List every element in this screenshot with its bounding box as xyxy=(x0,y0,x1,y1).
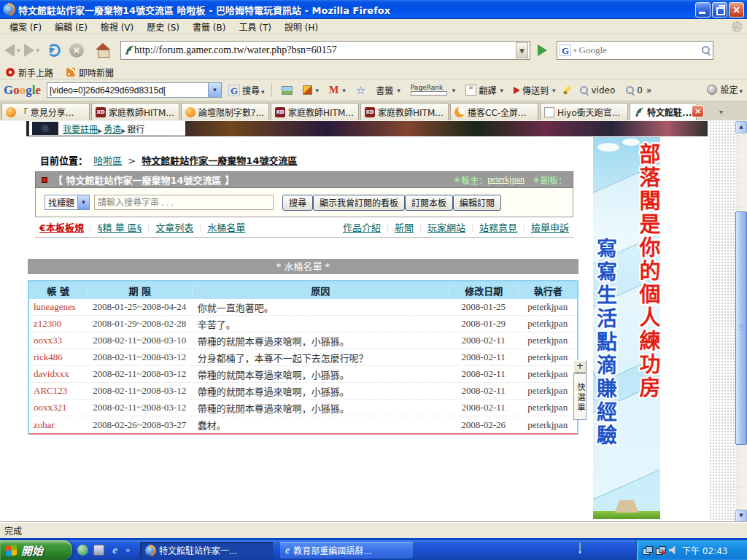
moderator-link[interactable]: peterkjpan xyxy=(487,174,525,185)
forward-dropdown-icon[interactable]: ▾ xyxy=(36,47,40,54)
search-magnifier-icon[interactable] xyxy=(701,45,711,55)
board-search-input[interactable] xyxy=(94,195,274,210)
url-history-dropdown[interactable]: ▼ xyxy=(516,42,528,58)
sidebar-ad-banner[interactable]: 部落閣是你的個人練功房 寫寫生活點滴賺經驗 xyxy=(593,137,660,519)
breadcrumb-area-link[interactable]: 哈啦區 xyxy=(93,155,122,166)
board-action-button[interactable]: 編輯訂閱 xyxy=(453,195,501,211)
taskbar-button-firefox[interactable]: 特文館駐站作家一... xyxy=(140,542,273,559)
network-disconnected-icon[interactable] xyxy=(656,546,665,555)
tab-close-button[interactable]: × xyxy=(692,105,704,117)
language-bar-indicator[interactable] xyxy=(575,543,585,556)
highlighter-button[interactable] xyxy=(562,84,573,96)
bookmark-latest-news[interactable]: 即時新聞 xyxy=(66,66,114,79)
forward-button[interactable]: ▾ xyxy=(24,44,42,57)
quick-launch-ie-icon[interactable]: e xyxy=(109,545,120,556)
scroll-up-button[interactable]: ▲ xyxy=(735,121,747,133)
board-link[interactable]: 玩家網站 xyxy=(414,220,465,234)
star-bookmark-button[interactable]: ☆ xyxy=(352,82,369,98)
browser-tab[interactable]: 「 意見分享... xyxy=(1,103,90,120)
scrollbar-thumb[interactable] xyxy=(735,211,747,445)
bookmark-getting-started[interactable]: 新手上路 xyxy=(6,66,53,79)
bookmark-label: 新手上路 xyxy=(18,66,53,79)
column-header-modified: 修改日期 xyxy=(449,284,519,298)
translate-icon: aí xyxy=(465,85,476,96)
speaker-icon[interactable] xyxy=(669,546,677,555)
quick-menu-expand-button[interactable]: + xyxy=(573,360,587,373)
restore-button[interactable] xyxy=(712,2,727,18)
start-button[interactable]: 開始 xyxy=(0,540,72,560)
find-word-0-button[interactable]: 0 xyxy=(622,84,646,97)
browser-tab[interactable]: 家庭教師HITM... xyxy=(271,103,359,120)
google-g-icon[interactable]: G xyxy=(560,44,571,56)
tab-bar: 「 意見分享... 家庭教師HITM... 論壇限制字數?... 家庭教師HIT… xyxy=(0,101,747,121)
menu-item[interactable]: 歷史 (S) xyxy=(140,21,186,34)
bookmarks-menu-button[interactable]: 書籤 xyxy=(372,82,404,98)
browser-tab[interactable]: 家庭教師HITM... xyxy=(91,103,179,120)
toolbar-overflow-chevron[interactable]: » xyxy=(646,85,651,96)
board-action-button[interactable]: 搜尋 xyxy=(282,195,313,211)
board-link[interactable]: 檢舉申訴 xyxy=(517,220,569,234)
cell-modified-date: 2008-02-11 xyxy=(449,351,518,363)
back-button[interactable]: ▾ xyxy=(4,44,23,57)
menu-item[interactable]: 編輯 (E) xyxy=(48,21,94,34)
board-link[interactable]: 新聞 xyxy=(381,220,414,234)
quick-launch-overflow-chevron[interactable]: » xyxy=(125,545,131,555)
find-word-label: 0 xyxy=(637,85,643,96)
home-button[interactable] xyxy=(96,44,110,56)
toolbar-search-input[interactable] xyxy=(47,85,208,96)
menu-item[interactable]: 書籤 (B) xyxy=(186,21,232,34)
url-input[interactable] xyxy=(134,44,516,56)
toolbar-settings-button[interactable]: 設定 xyxy=(707,83,743,96)
go-button[interactable] xyxy=(533,42,551,59)
banner-link[interactable]: 我要註冊 xyxy=(63,125,98,135)
pagerank-indicator[interactable]: PageRank xyxy=(407,83,460,97)
quick-launch-mail-icon[interactable] xyxy=(93,545,104,556)
system-tray: 下午 02:43 xyxy=(636,540,747,560)
menu-item[interactable]: 工具 (T) xyxy=(232,21,278,34)
board-link[interactable]: 站務意見 xyxy=(465,220,517,234)
breadcrumb-board-link[interactable]: 特文館駐站作家一廢棄物14號交流區 xyxy=(142,155,297,166)
board-link[interactable]: 文章列表 xyxy=(142,220,193,234)
banner-link[interactable]: 銀行 xyxy=(121,125,144,135)
search-type-select[interactable]: 找標題 ▾ xyxy=(44,195,90,210)
send-to-button[interactable]: 傳送到 xyxy=(510,82,560,98)
toolbar-search-dropdown[interactable]: ▾ xyxy=(208,83,221,97)
reload-button[interactable] xyxy=(47,44,61,57)
browser-tab[interactable]: 家庭教師HITM... xyxy=(360,103,449,120)
minimize-button[interactable] xyxy=(695,2,711,18)
tab-overflow-dropdown-icon[interactable]: ▾ xyxy=(719,108,723,116)
taskbar: 開始 e » 特文館駐站作家一... e 教育部重編國語辭... 下午 02:4… xyxy=(0,540,747,560)
find-word-video-button[interactable]: video xyxy=(576,84,619,97)
browser-tab[interactable]: Hiyo衝天跑官... xyxy=(540,103,628,120)
board-link[interactable]: 作品介紹 xyxy=(343,220,381,234)
quick-menu-tab[interactable]: 快選單 xyxy=(573,373,587,420)
browser-tab[interactable]: 論壇限制字數?... xyxy=(181,103,269,120)
board-link[interactable]: 水桶名單 xyxy=(193,220,245,234)
network-icon[interactable] xyxy=(643,546,652,555)
translate-button[interactable]: aí 翻譯 xyxy=(462,82,507,98)
search-engine-dropdown-icon[interactable]: ▾ xyxy=(573,47,577,54)
taskbar-button-ie[interactable]: e 教育部重編國語辭... xyxy=(280,542,413,559)
browser-tab[interactable]: 播客CC-全屏... xyxy=(450,103,538,120)
web-search-input[interactable] xyxy=(579,44,701,56)
photos-button[interactable] xyxy=(278,85,296,96)
gmail-button[interactable]: M xyxy=(325,83,349,98)
menu-item[interactable]: 檢視 (V) xyxy=(94,21,140,34)
board-link[interactable]: €本板板規 xyxy=(39,220,84,234)
board-link[interactable]: §精 華 區§ xyxy=(84,220,142,234)
close-button[interactable]: × xyxy=(729,2,744,18)
toolbar-search-button[interactable]: G 搜尋 xyxy=(225,82,268,98)
board-action-button[interactable]: 訂閱本板 xyxy=(405,195,453,211)
scroll-down-button[interactable]: ▼ xyxy=(735,510,747,522)
vertical-scrollbar[interactable]: ▲ ▼ xyxy=(735,121,747,522)
quick-launch-globe-icon[interactable] xyxy=(77,545,88,556)
stop-button[interactable]: × xyxy=(69,43,84,58)
menu-item[interactable]: 檔案 (F) xyxy=(3,21,48,34)
menu-item[interactable]: 說明 (H) xyxy=(278,21,325,34)
components-button[interactable] xyxy=(299,84,323,96)
board-action-button[interactable]: 顯示我曾訂閱的看板 xyxy=(313,195,405,211)
banner-link[interactable]: 勇造 xyxy=(98,125,121,135)
back-dropdown-icon[interactable]: ▾ xyxy=(17,47,20,54)
site-banner[interactable]: 我要註冊勇造銀行 xyxy=(26,121,708,136)
browser-tab[interactable]: 特文館駐... xyxy=(630,103,697,120)
